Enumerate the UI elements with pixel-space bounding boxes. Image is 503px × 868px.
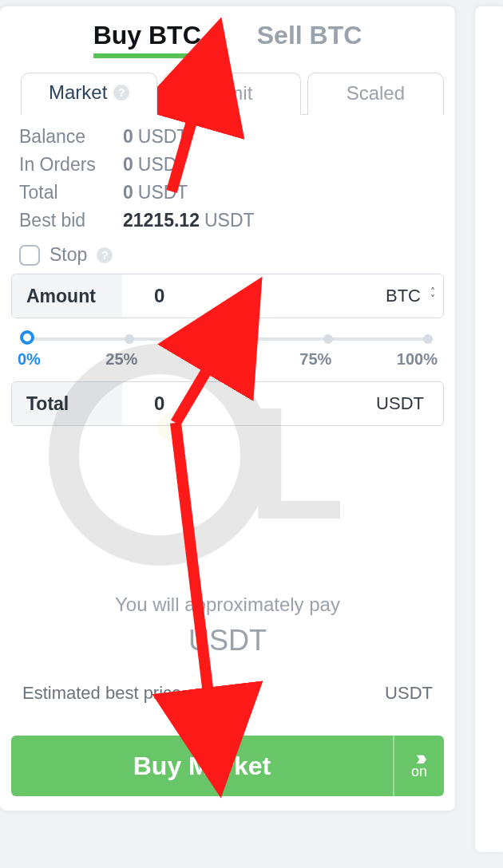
tab-market-label: Market xyxy=(49,81,107,104)
slider-tick[interactable] xyxy=(224,334,234,344)
amount-field[interactable]: Amount 0 BTC ˄ ˅ xyxy=(11,274,444,318)
pay-summary: You will approximately pay USDT xyxy=(0,426,455,678)
slider-tick[interactable] xyxy=(423,334,433,344)
slider-100: 100% xyxy=(397,350,438,369)
total-field-unit: USDT xyxy=(376,393,443,414)
stop-checkbox[interactable] xyxy=(19,245,40,266)
slider-0: 0% xyxy=(18,350,41,369)
slider-tick[interactable] xyxy=(125,334,134,344)
help-icon[interactable]: ? xyxy=(97,247,113,263)
slider-handle[interactable] xyxy=(20,330,34,345)
slider-labels: 0% 25% 50% 75% 100% xyxy=(18,350,438,369)
trade-card: Buy BTC Sell BTC Market ? Limit Scaled B… xyxy=(0,6,455,811)
pay-summary-title: You will approximately pay xyxy=(16,594,439,616)
amount-slider[interactable]: 0% 25% 50% 75% 100% xyxy=(0,318,455,373)
tab-limit[interactable]: Limit xyxy=(164,73,300,115)
chevrons-right-icon: ››› xyxy=(416,752,422,763)
tab-market[interactable]: Market ? xyxy=(21,73,157,115)
adjacent-panel xyxy=(475,6,503,852)
inorders-unit: USDT xyxy=(138,154,188,176)
balance-row: Balance 0 USDT xyxy=(19,123,444,151)
total-value: 0 xyxy=(123,182,133,203)
total-row: Total 0 USDT xyxy=(19,179,444,207)
balance-label: Balance xyxy=(19,126,123,148)
total-field-label: Total xyxy=(12,382,122,425)
buy-sell-tabs: Buy BTC Sell BTC xyxy=(0,6,455,68)
bestbid-label: Best bid xyxy=(19,210,123,231)
total-unit: USDT xyxy=(138,182,188,203)
bestbid-row: Best bid 21215.12 USDT xyxy=(19,207,444,235)
slider-75: 75% xyxy=(299,350,331,369)
balance-value: 0 xyxy=(123,126,133,148)
estimated-price-unit: USDT xyxy=(385,683,433,704)
total-label: Total xyxy=(19,182,123,203)
amount-unit: BTC xyxy=(386,286,430,306)
inorders-value: 0 xyxy=(123,154,133,176)
help-icon[interactable]: ? xyxy=(113,85,129,101)
buy-market-label: Buy Market xyxy=(11,736,393,796)
balances-block: Balance 0 USDT In Orders 0 USDT Total 0 … xyxy=(0,115,455,238)
buy-market-toggle-label: on xyxy=(411,763,427,780)
amount-label: Amount xyxy=(12,274,122,318)
bestbid-value: 21215.12 xyxy=(123,210,200,231)
estimated-price-label: Estimated best price xyxy=(22,683,181,704)
slider-tick[interactable] xyxy=(323,334,333,344)
total-field-value[interactable]: 0 xyxy=(122,393,376,415)
stop-label: Stop xyxy=(50,244,87,266)
tab-buy[interactable]: Buy BTC xyxy=(93,21,201,58)
buy-market-button[interactable]: Buy Market ››› on xyxy=(11,736,444,796)
pay-summary-value: USDT xyxy=(16,624,439,657)
estimated-price-row: Estimated best price USDT xyxy=(0,678,455,736)
slider-50: 50% xyxy=(203,350,235,369)
chevron-down-icon[interactable]: ˅ xyxy=(430,296,435,303)
stop-row: Stop ? xyxy=(0,238,455,274)
amount-stepper[interactable]: ˄ ˅ xyxy=(430,289,443,303)
amount-value[interactable]: 0 xyxy=(122,285,386,307)
inorders-label: In Orders xyxy=(19,154,123,176)
order-type-tabs: Market ? Limit Scaled xyxy=(0,68,455,115)
buy-market-toggle[interactable]: ››› on xyxy=(393,736,444,796)
tab-scaled[interactable]: Scaled xyxy=(307,73,444,115)
bestbid-unit: USDT xyxy=(204,210,255,231)
balance-unit: USDT xyxy=(138,126,188,148)
slider-25: 25% xyxy=(105,350,137,369)
inorders-row: In Orders 0 USDT xyxy=(19,151,444,179)
tab-sell[interactable]: Sell BTC xyxy=(257,21,362,58)
total-field[interactable]: Total 0 USDT xyxy=(11,381,444,426)
